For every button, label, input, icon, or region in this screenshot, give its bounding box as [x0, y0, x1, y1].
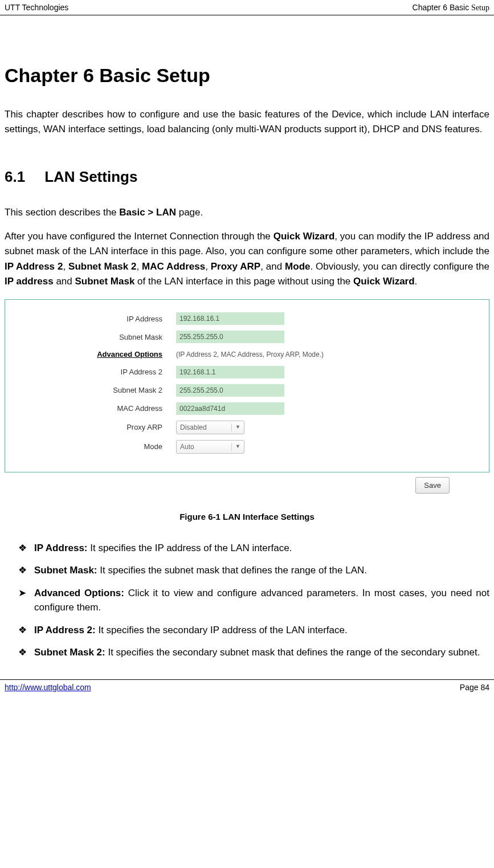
header-company: UTT Technologies — [5, 2, 68, 14]
advanced-options-hint: (IP Address 2, MAC Address, Proxy ARP, M… — [176, 349, 324, 360]
section-intro: This section describes the Basic > LAN p… — [5, 205, 489, 220]
footer-page-number: Page 84 — [460, 682, 489, 694]
section-heading: 6.1LAN Settings — [5, 166, 489, 188]
section-name: LAN Settings — [44, 168, 137, 185]
proxy-arp-value: Disabled — [180, 422, 207, 433]
section-number: 6.1 — [5, 166, 25, 188]
list-item: ❖ Subnet Mask 2: It specifies the second… — [18, 645, 489, 660]
diamond-icon: ❖ — [18, 623, 27, 638]
subnet-mask-2-label: Subnet Mask 2 — [85, 385, 176, 396]
ip-address-2-label: IP Address 2 — [85, 366, 176, 378]
definition-list: ❖ IP Address: It specifies the IP addres… — [5, 541, 489, 660]
page-content: Chapter 6 Basic Setup This chapter descr… — [0, 15, 494, 660]
mac-address-input[interactable] — [176, 402, 284, 415]
lan-settings-screenshot: IP Address Subnet Mask Advanced Options … — [5, 299, 489, 472]
list-item: ❖ Subnet Mask: It specifies the subnet m… — [18, 563, 489, 578]
list-item: ❖ IP Address: It specifies the IP addres… — [18, 541, 489, 556]
ip-address-label: IP Address — [85, 313, 176, 325]
subnet-mask-input[interactable] — [176, 331, 284, 343]
page-header: UTT Technologies Chapter 6 Basic Setup — [0, 0, 494, 15]
chapter-intro: This chapter describes how to configure … — [5, 107, 489, 137]
subnet-mask-label: Subnet Mask — [85, 332, 176, 343]
proxy-arp-label: Proxy ARP — [85, 422, 176, 433]
proxy-arp-select[interactable]: Disabled ▼ — [176, 421, 244, 434]
chevron-down-icon: ▼ — [231, 423, 240, 431]
diamond-icon: ❖ — [18, 563, 27, 578]
diamond-icon: ❖ — [18, 645, 27, 660]
list-item: ❖ IP Address 2: It specifies the seconda… — [18, 623, 489, 638]
subnet-mask-2-input[interactable] — [176, 384, 284, 397]
figure-caption: Figure 6-1 LAN Interface Settings — [5, 511, 489, 524]
save-button[interactable]: Save — [415, 477, 450, 494]
mode-select[interactable]: Auto ▼ — [176, 440, 244, 454]
triangle-icon: ➤ — [18, 586, 26, 601]
advanced-options-link[interactable]: Advanced Options — [85, 349, 176, 360]
section-para-2: After you have configured the Internet C… — [5, 229, 489, 289]
list-item: ➤ Advanced Options: Click it to view and… — [18, 586, 489, 615]
mac-address-label: MAC Address — [85, 403, 176, 414]
diamond-icon: ❖ — [18, 541, 27, 556]
header-chapter: Chapter 6 Basic Setup — [413, 2, 489, 14]
mode-value: Auto — [180, 442, 194, 452]
ip-address-2-input[interactable] — [176, 366, 284, 378]
chapter-title: Chapter 6 Basic Setup — [5, 61, 489, 90]
chevron-down-icon: ▼ — [231, 443, 240, 451]
footer-url[interactable]: http://www.uttglobal.com — [5, 682, 91, 694]
mode-label: Mode — [85, 441, 176, 453]
page-footer: http://www.uttglobal.com Page 84 — [0, 679, 494, 695]
ip-address-input[interactable] — [176, 312, 284, 325]
